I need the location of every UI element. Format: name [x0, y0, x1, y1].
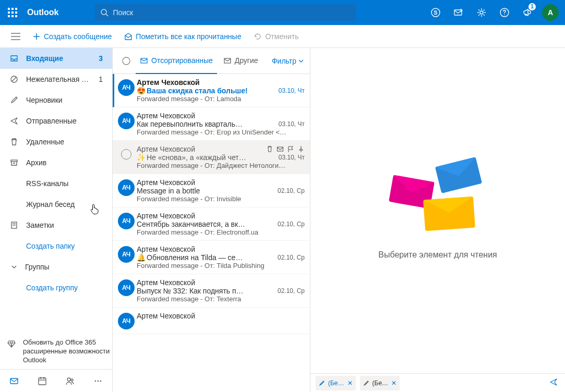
compose-button[interactable]: Создать сообщение — [26, 25, 118, 48]
pin-icon[interactable] — [297, 145, 305, 153]
close-icon[interactable]: ✕ — [347, 379, 353, 387]
message-item[interactable]: АЧ Артем Чеховской 🔔Обновления на Tilda … — [113, 241, 310, 274]
select-checkbox[interactable] — [121, 149, 131, 160]
svg-rect-0 — [8, 8, 10, 10]
hamburger-icon — [11, 33, 20, 40]
select-all[interactable] — [119, 56, 134, 66]
message-list-pane: Отсортированные Другие Фильтр АЧ Артем Ч… — [112, 48, 310, 392]
undo-icon — [254, 32, 262, 41]
folder-icon — [9, 221, 19, 229]
message-sender: Артем Чеховской — [137, 112, 195, 120]
message-subject: 🔔Обновления на Tilda — се… — [137, 253, 273, 262]
mark-read-icon[interactable] — [277, 145, 284, 153]
help-button[interactable] — [493, 0, 516, 25]
folder-count: 3 — [99, 54, 112, 63]
folder-label: Отправленные — [26, 117, 95, 125]
folder-item[interactable]: Отправленные — [0, 111, 112, 131]
svg-rect-40 — [278, 147, 283, 151]
pencil-icon — [319, 380, 325, 386]
message-subject: Сентябрь заканчивается, а вк… — [137, 220, 273, 228]
calendar-module[interactable] — [28, 370, 56, 393]
sender-avatar: АЧ — [118, 113, 135, 129]
folder-item[interactable]: Удаленные — [0, 131, 112, 152]
message-item[interactable]: АЧ Артем Чеховской — [113, 308, 310, 334]
more-modules[interactable] — [84, 370, 112, 393]
other-icon — [223, 56, 232, 65]
message-list[interactable]: АЧ Артем Чеховской 😍Ваша скидка стала бо… — [113, 74, 310, 392]
message-date: 02.10, Ср — [273, 220, 305, 228]
folder-icon — [9, 158, 19, 167]
folder-label: Создать папку — [26, 242, 95, 250]
search-input[interactable] — [113, 8, 351, 17]
message-date: 03.10, Чт — [274, 120, 305, 128]
svg-line-22 — [12, 77, 16, 81]
message-preview: Forwarded message - От: Дайджест Нетолог… — [137, 162, 305, 169]
message-item[interactable]: АЧ Артем Чеховской 😍Ваша скидка стала бо… — [113, 74, 310, 107]
draft-tab[interactable]: (Бе…✕ — [316, 376, 356, 390]
draft-tab[interactable]: (Бе…✕ — [360, 376, 400, 390]
message-item[interactable]: АЧ Артем Чеховской Message in a bottle02… — [113, 174, 310, 207]
svg-rect-7 — [11, 15, 14, 17]
folder-item[interactable]: Заметки — [0, 215, 112, 236]
draft-label: (Бе… — [328, 379, 344, 387]
search-box[interactable] — [95, 4, 356, 21]
expand-drafts[interactable] — [549, 378, 565, 388]
question-icon — [499, 7, 510, 18]
groups-header[interactable]: Группы — [0, 256, 112, 277]
svg-point-35 — [98, 380, 99, 382]
message-item[interactable]: АЧ Артем Чеховской Как перевыполнить ква… — [113, 107, 310, 141]
plus-icon — [32, 32, 41, 41]
folder-icon — [9, 96, 19, 104]
message-date: 03.10, Чт — [274, 154, 305, 161]
account-avatar[interactable]: A — [542, 4, 559, 21]
folder-item[interactable]: Черновики — [0, 90, 112, 111]
people-module[interactable] — [56, 370, 85, 393]
settings-button[interactable] — [470, 0, 493, 25]
message-preview: Forwarded message - От: Invisible — [137, 195, 305, 203]
draft-tabs-bar: (Бе…✕(Бе…✕ — [310, 373, 565, 392]
folder-item[interactable]: Архив — [0, 152, 112, 173]
draft-label: (Бе… — [372, 379, 389, 387]
message-sender: Артем Чеховской — [137, 212, 195, 220]
svg-point-37 — [123, 57, 130, 65]
folder-item[interactable]: Входящие 3 — [0, 48, 112, 69]
close-icon[interactable]: ✕ — [391, 379, 396, 387]
sender-avatar: АЧ — [118, 246, 135, 263]
folder-label: Журнал бесед — [26, 200, 95, 209]
folder-item[interactable]: Создать папку — [0, 236, 112, 256]
svg-point-36 — [100, 380, 102, 382]
message-hover-actions — [266, 145, 305, 153]
folder-icon — [9, 117, 19, 125]
svg-point-33 — [71, 379, 73, 381]
folder-item[interactable]: Журнал бесед — [0, 194, 112, 215]
message-preview: Forwarded message - От: Electronoff.ua — [137, 228, 305, 236]
calendar-icon — [38, 376, 47, 386]
mail-module[interactable] — [0, 370, 28, 393]
module-switcher — [0, 369, 112, 392]
skype-button[interactable] — [424, 0, 447, 25]
delete-icon[interactable] — [266, 145, 273, 153]
upsell-office365[interactable]: Обновить до Office 365 расширенные возмо… — [0, 334, 112, 369]
message-item[interactable]: АЧ Артем Чеховской Выпуск № 332: Как под… — [113, 274, 310, 308]
filter-button[interactable]: Фильтр — [272, 57, 304, 65]
message-date: 02.10, Ср — [273, 287, 305, 295]
tab-focused[interactable]: Отсортированные — [136, 48, 217, 74]
nav-toggle[interactable] — [5, 26, 26, 47]
app-launcher[interactable] — [0, 0, 25, 25]
message-item[interactable]: АЧ Артем Чеховской Сентябрь заканчиваетс… — [113, 207, 310, 241]
folder-item[interactable]: Нежелательная … 1 — [0, 69, 112, 90]
sender-avatar: АЧ — [118, 279, 135, 296]
gear-icon — [476, 7, 487, 18]
message-item[interactable]: АЧ Артем Чеховской ✨Не «снова», а «кажды… — [113, 141, 310, 174]
message-preview: Forwarded message - От: Lamoda — [137, 95, 305, 103]
notifications-button[interactable]: 1 — [516, 0, 539, 25]
message-sender: Артем Чеховской — [137, 178, 195, 187]
svg-point-34 — [95, 380, 97, 382]
mark-all-read-button[interactable]: Пометить все как прочитанные — [118, 25, 247, 48]
flag-icon[interactable] — [287, 145, 294, 153]
tab-other[interactable]: Другие — [219, 48, 262, 74]
folder-item[interactable]: RSS-каналы — [0, 173, 112, 194]
create-group-link[interactable]: Создать группу — [0, 277, 112, 298]
immersive-reader-button[interactable] — [447, 0, 470, 25]
folder-icon — [9, 54, 19, 63]
